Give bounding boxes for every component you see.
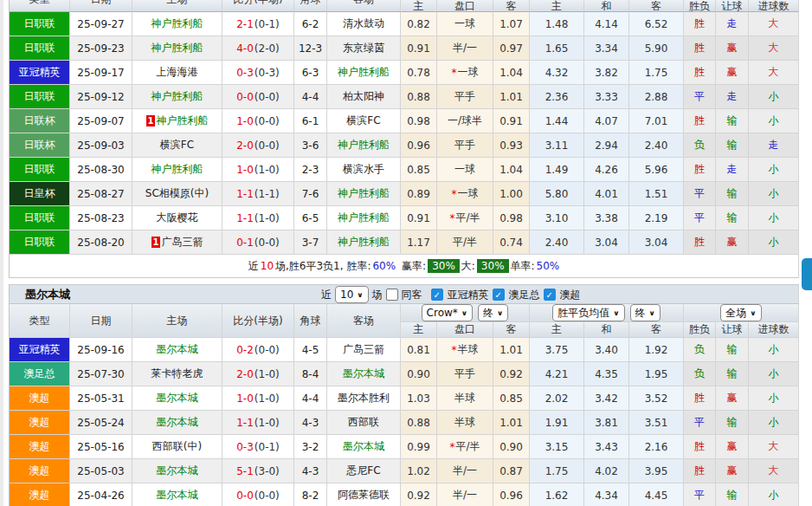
score: 1-1(1-1) [222, 182, 294, 206]
league-filter-checkbox-ffacup[interactable]: ✓ [493, 289, 505, 301]
away-team-name: 墨尔本城 [343, 367, 384, 381]
result-handicap: 赢 [716, 230, 749, 255]
column-header: 让球 [716, 322, 749, 338]
column-header-label: 主 [414, 0, 424, 12]
eu-draw-odds: 3.42 [584, 386, 629, 411]
eu-home-odds: 1.75 [530, 459, 584, 483]
result-wdl: 胜 [684, 230, 716, 255]
ah-home-odds: 1.17 [401, 230, 437, 255]
same-away-checkbox[interactable] [386, 289, 398, 301]
euro-odds-type-select[interactable]: 胜平负均值∨ [552, 304, 624, 321]
league-type-badge: 亚冠精英 [10, 61, 70, 85]
away-team-name: 横滨水手 [343, 162, 384, 177]
ah-home-odds: 0.88 [401, 411, 437, 435]
column-header: 和 [584, 0, 629, 12]
corners: 7-6 [294, 182, 327, 206]
ah-line-text: 一球 [458, 65, 479, 80]
ah-home-odds: 0.96 [401, 133, 437, 158]
ah-line-text: 一球 [458, 186, 479, 201]
match-row: 亚冠精英25-09-16墨尔本城0-2(0-0)4-5广岛三箭0.81*半球1.… [10, 338, 799, 362]
league-type-badge: 澳超 [10, 386, 70, 411]
away-team-name: 柏太阳神 [343, 89, 384, 104]
result-wdl: 负 [684, 338, 716, 362]
away-team: 柏太阳神 [327, 85, 401, 109]
corners: 8-2 [294, 483, 327, 506]
ah-away-odds: 0.97 [493, 36, 530, 61]
column-header: 类型 [10, 304, 70, 338]
corners: 12-3 [294, 36, 327, 61]
eu-away-odds: 1.51 [629, 182, 684, 206]
ah-line: 半/一 [437, 36, 493, 61]
column-header-label: 客场 [327, 0, 400, 10]
result-goals: 小 [749, 362, 799, 386]
ah-away-odds: 0.96 [493, 483, 530, 506]
league-filter-label-ffacup: 澳足总 [509, 288, 540, 302]
ah-home-odds: 0.81 [401, 338, 437, 362]
column-header: 盘口 [437, 322, 493, 338]
result-wdl: 胜 [684, 158, 716, 182]
away-team: 墨尔本城 [327, 362, 401, 386]
result-handicap: 赢 [716, 61, 749, 85]
halftime-score: (0-0) [255, 237, 280, 249]
ah-home-odds: 0.88 [401, 85, 437, 109]
team1-table-body: 日职联25-09-27神户胜利船2-1(0-1)6-2清水鼓动0.82一球1.0… [10, 12, 799, 255]
match-row: 日联杯25-09-03横滨FC2-0(0-0)3-6神户胜利船0.96平手0.9… [10, 133, 799, 158]
home-team: 墨尔本城 [132, 338, 222, 362]
home-team: 墨尔本城 [132, 459, 222, 483]
euro-odds-group-header: 胜平负均值∨ 终∨ [530, 304, 684, 322]
ah-home-odds: 1.03 [401, 386, 437, 411]
halftime-score: (1-0) [255, 417, 280, 429]
result-wdl: 胜 [684, 12, 716, 36]
recent-count-select[interactable]: 10∨ [335, 286, 369, 303]
column-header-label: 角球 [294, 0, 326, 10]
match-date: 25-07-30 [70, 362, 132, 386]
ah-away-odds: 0.91 [493, 109, 530, 133]
halftime-score: (1-1) [255, 188, 280, 200]
summary-big-label: 大: [461, 259, 475, 274]
corners: 4-4 [294, 85, 327, 109]
ah-away-odds: 1.04 [493, 158, 530, 182]
score: 0-1(0-0) [222, 230, 294, 255]
home-team-name: SC相模原(中) [145, 186, 209, 201]
floating-scroll-button[interactable] [802, 258, 812, 290]
ah-line: *一球 [437, 61, 493, 85]
score: 1-1(1-0) [222, 411, 294, 435]
home-team: 神户胜利船 [132, 36, 222, 61]
ah-line: *一球 [437, 182, 493, 206]
league-type-badge: 澳足总 [10, 362, 70, 386]
away-team-name: 东京绿茵 [343, 41, 384, 55]
eu-draw-odds: 3.38 [584, 206, 629, 230]
result-wdl: 平 [684, 206, 716, 230]
score: 1-0(1-0) [222, 158, 294, 182]
home-team: 墨尔本城 [132, 411, 222, 435]
league-filter-checkbox-aleague[interactable]: ✓ [544, 289, 556, 301]
league-type-badge: 日联杯 [10, 109, 70, 133]
column-header-label: 类型 [10, 0, 69, 10]
away-team: 神户胜利船 [327, 230, 401, 255]
column-header: 角球 [294, 0, 327, 12]
ah-away-odds: 1.04 [493, 61, 530, 85]
odds-company-select[interactable]: Crow*∨ [422, 304, 474, 321]
asian-odds-time-select[interactable]: 终∨ [478, 304, 508, 321]
summary-big-rate-badge: 30% [477, 259, 509, 273]
ah-line: 一球 [437, 158, 493, 182]
league-type-badge: 澳超 [10, 435, 70, 459]
column-header: 主场 [132, 304, 222, 338]
home-team-name: 大阪樱花 [157, 211, 198, 225]
home-team-name: 神户胜利船 [156, 114, 208, 128]
ah-home-odds: 0.78 [401, 61, 437, 85]
result-wdl: 平 [684, 483, 716, 506]
eu-home-odds: 1.62 [530, 483, 584, 506]
league-filter-checkbox-acl[interactable]: ✓ [431, 289, 443, 301]
away-team: 墨尔本城 [327, 435, 401, 459]
fulltime-score: 2-0 [236, 139, 254, 152]
match-date: 25-04-26 [70, 483, 132, 506]
home-team-name: 神户胜利船 [151, 16, 203, 31]
result-goals: 小 [749, 85, 799, 109]
ah-line-text: 平/半 [453, 235, 477, 250]
period-select[interactable]: 全场∨ [720, 304, 761, 321]
match-date: 25-08-30 [70, 158, 132, 182]
halftime-score: (0-3) [255, 67, 280, 79]
match-date: 25-09-23 [70, 36, 132, 61]
euro-odds-time-select[interactable]: 终∨ [630, 304, 661, 321]
